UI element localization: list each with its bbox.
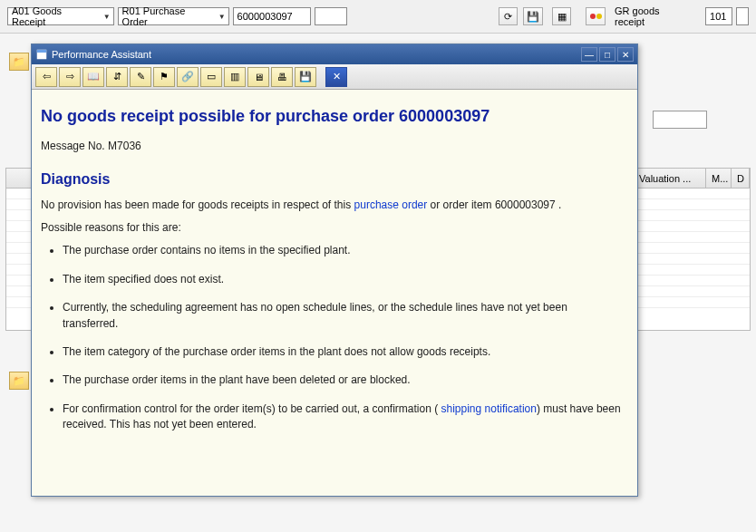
reasons-intro: Possible reasons for this are: xyxy=(41,220,621,236)
shipping-notification-link[interactable]: shipping notification xyxy=(441,402,537,415)
combo-label: R01 Purchase Order xyxy=(122,5,212,27)
reason-item: Currently, the scheduling agreement has … xyxy=(63,300,621,332)
message-heading: No goods receipt possible for purchase o… xyxy=(41,104,621,128)
reference-doc-combo[interactable]: R01 Purchase Order xyxy=(118,7,229,25)
dialog-content[interactable]: No goods receipt possible for purchase o… xyxy=(32,90,637,496)
movement-type-input[interactable] xyxy=(705,7,732,25)
nav-forward-icon[interactable]: ⇨ xyxy=(59,67,81,87)
nav-back-icon[interactable]: ⇦ xyxy=(35,67,57,87)
tree-icon[interactable]: ⇵ xyxy=(106,67,128,87)
purchase-order-link[interactable]: purchase order xyxy=(354,198,428,211)
gr-label: GR goods receipt xyxy=(609,5,696,27)
book-icon[interactable]: 📖 xyxy=(82,67,104,87)
minimize-button[interactable]: — xyxy=(581,47,597,62)
reason-item: The item category of the purchase order … xyxy=(63,344,621,360)
folder-expand-icon-2[interactable]: 📁 xyxy=(9,372,29,390)
overview-icon[interactable]: ▦ xyxy=(552,7,572,25)
movement-type-extra[interactable] xyxy=(736,7,749,25)
print-icon[interactable]: 🖶 xyxy=(271,67,293,87)
save-local-icon[interactable]: 💾 xyxy=(295,67,316,87)
reasons-list: The purchase order contains no items in … xyxy=(63,243,621,432)
diagnosis-text: No provision has been made for goods rec… xyxy=(41,198,621,213)
diagnosis-heading: Diagnosis xyxy=(41,169,621,189)
close-button[interactable]: ✕ xyxy=(617,47,634,62)
desktop-icon[interactable]: 🖥 xyxy=(247,67,269,87)
window-icon[interactable]: ▭ xyxy=(200,67,222,87)
link-icon[interactable]: 🔗 xyxy=(177,67,199,87)
reason-item: The purchase order contains no items in … xyxy=(63,243,621,258)
maximize-button[interactable]: □ xyxy=(599,47,615,62)
col-m[interactable]: M... xyxy=(706,169,732,188)
reason-item: The purchase order items in the plant ha… xyxy=(63,372,621,388)
aux-input[interactable] xyxy=(653,111,707,129)
dialog-icon xyxy=(35,48,48,61)
folder-expand-icon[interactable]: 📁 xyxy=(9,53,29,71)
dialog-toolbar: ⇦ ⇨ 📖 ⇵ ✎ ⚑ 🔗 ▭ ▥ 🖥 🖶 💾 ✕ xyxy=(32,64,637,90)
flag-icon[interactable]: ⚑ xyxy=(153,67,175,87)
edit-icon[interactable]: ✎ xyxy=(130,67,151,87)
reason-item: The item specified does not exist. xyxy=(63,272,621,287)
message-number: Message No. M7036 xyxy=(41,139,621,154)
dialog-title: Performance Assistant xyxy=(52,49,151,60)
app-icon[interactable]: ▥ xyxy=(224,67,246,87)
performance-assistant-dialog: Performance Assistant — □ ✕ ⇦ ⇨ 📖 ⇵ ✎ ⚑ … xyxy=(31,44,638,497)
status-indicator-icon[interactable] xyxy=(586,7,606,25)
close-toolbar-icon[interactable]: ✕ xyxy=(325,67,347,87)
reason-item: For confirmation control for the order i… xyxy=(63,401,621,433)
svg-rect-1 xyxy=(37,50,46,53)
col-d[interactable]: D xyxy=(732,169,750,188)
po-item-input[interactable] xyxy=(315,7,347,25)
po-number-input[interactable] xyxy=(233,7,311,25)
transaction-type-combo[interactable]: A01 Goods Receipt xyxy=(7,7,114,25)
dialog-titlebar[interactable]: Performance Assistant — □ ✕ xyxy=(32,44,637,64)
execute-icon[interactable]: ⟳ xyxy=(499,7,519,25)
combo-label: A01 Goods Receipt xyxy=(12,5,97,27)
col-valuation[interactable]: Valuation ... xyxy=(634,169,706,188)
save-icon[interactable]: 💾 xyxy=(523,7,543,25)
